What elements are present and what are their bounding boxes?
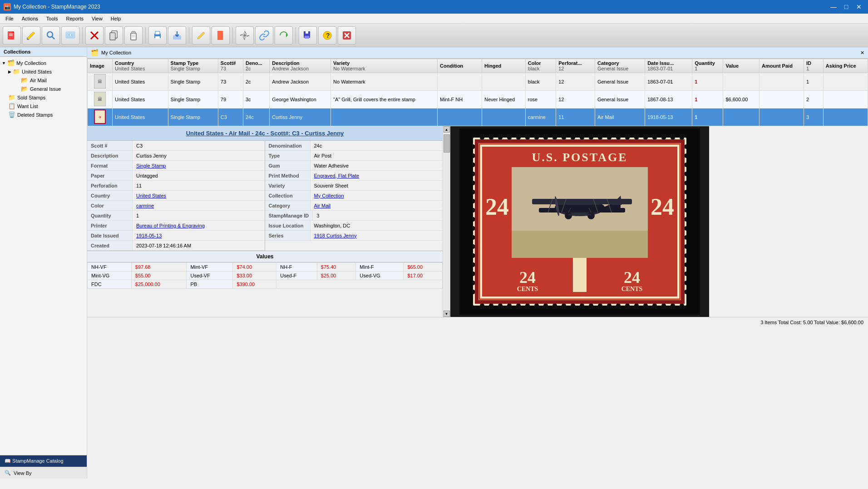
delete-button[interactable] xyxy=(85,26,104,44)
menu-file[interactable]: File xyxy=(2,15,17,22)
col-header-color[interactable]: Color black xyxy=(525,59,556,73)
col-header-value[interactable]: Value xyxy=(723,59,760,73)
svg-point-76 xyxy=(562,303,566,308)
sidebar-item-airmail[interactable]: 📂 Air Mail xyxy=(0,76,87,84)
copy-button[interactable] xyxy=(105,26,123,44)
category-link[interactable]: Air Mail xyxy=(314,203,331,208)
value-row-3: FDC $25,000.00 PB $390.00 xyxy=(88,280,443,289)
stamps-table: Image Country United States Stamp Type S… xyxy=(87,59,868,126)
link-button[interactable] xyxy=(255,26,273,44)
detail-value-color[interactable]: carmine xyxy=(133,201,265,210)
detail-title[interactable]: United States - Air Mail - 24c - Scott#:… xyxy=(87,126,443,140)
table-row[interactable]: ✈ United States Single Stamp C3 24c Curt… xyxy=(88,109,868,126)
country-link[interactable]: United States xyxy=(136,193,166,198)
maximize-button[interactable]: □ xyxy=(841,1,852,12)
col-header-type[interactable]: Stamp Type Single Stamp xyxy=(168,59,218,73)
scroll-thumb[interactable] xyxy=(444,134,450,153)
dateissued-link[interactable]: 1918-05-13 xyxy=(136,233,162,238)
menu-tools[interactable]: Tools xyxy=(43,15,62,22)
cell-id: 3 xyxy=(804,109,824,126)
val-label-usedvf: Used-VF xyxy=(187,272,233,280)
print-button[interactable] xyxy=(148,26,167,44)
col-header-amtpaid[interactable]: Amount Paid xyxy=(760,59,804,73)
new-button[interactable] xyxy=(3,26,21,44)
table-row[interactable]: 🏛 United States Single Stamp 73 2c Andre… xyxy=(88,73,868,91)
pencil-button[interactable] xyxy=(192,26,210,44)
sidebar-item-soldstamps[interactable]: 📁 Sold Stamps xyxy=(0,93,87,102)
svg-text:24: 24 xyxy=(624,268,640,286)
sidebar-item-deletedstamps[interactable]: 🗑️ Deleted Stamps xyxy=(0,110,87,119)
sidebar-item-mycollection[interactable]: ▼ 🗂️ My Collection xyxy=(0,59,87,67)
detail-value-printmethod[interactable]: Engraved, Flat Plate xyxy=(311,171,443,180)
refresh-button[interactable] xyxy=(275,26,293,44)
col-header-cond[interactable]: Condition xyxy=(438,59,482,73)
close-button[interactable]: ✕ xyxy=(853,1,864,12)
col-amtpaid-main: Amount Paid xyxy=(762,63,801,69)
bookmark-button[interactable] xyxy=(212,26,230,44)
col-header-id[interactable]: ID 1 xyxy=(804,59,824,73)
exit-button[interactable] xyxy=(338,26,356,44)
catalog-button[interactable]: 📖 StampManage Catalog xyxy=(0,455,87,467)
menu-view[interactable]: View xyxy=(88,15,106,22)
export-button[interactable] xyxy=(168,26,186,44)
detail-value-collection[interactable]: My Collection xyxy=(311,191,443,200)
printmethod-link[interactable]: Engraved, Flat Plate xyxy=(314,173,360,178)
svg-point-97 xyxy=(471,208,475,212)
col-header-perf[interactable]: Perforat... 12 xyxy=(556,59,595,73)
col-header-qty[interactable]: Quantity 1 xyxy=(692,59,723,73)
stamps-table-wrapper[interactable]: Image Country United States Stamp Type S… xyxy=(87,59,868,126)
color-link[interactable]: carmine xyxy=(136,203,154,208)
detail-value-series[interactable]: 1918 Curtiss Jenny xyxy=(311,231,443,240)
menu-actions[interactable]: Actions xyxy=(18,15,42,22)
detail-value-format[interactable]: Single Stamp xyxy=(133,161,265,170)
cell-type: Single Stamp xyxy=(168,91,218,109)
view-button[interactable] xyxy=(61,26,79,44)
detail-value-dateissued[interactable]: 1918-05-13 xyxy=(133,231,265,240)
search-button[interactable] xyxy=(42,26,60,44)
svg-point-44 xyxy=(480,135,484,140)
col-header-cat[interactable]: Category General Issue xyxy=(595,59,645,73)
viewby-button[interactable]: 🔍 View By xyxy=(0,467,87,479)
detail-value-country[interactable]: United States xyxy=(133,191,265,200)
col-header-asking[interactable]: Asking Price xyxy=(823,59,868,73)
scroll-down-button[interactable]: ▼ xyxy=(444,311,450,317)
close-collection-button[interactable]: ✕ xyxy=(860,50,864,56)
paste-button[interactable] xyxy=(124,26,143,44)
svg-point-93 xyxy=(471,172,475,176)
col-header-variety[interactable]: Variety No Watermark xyxy=(331,59,438,73)
col-header-country[interactable]: Country United States xyxy=(113,59,168,73)
format-link[interactable]: Single Stamp xyxy=(136,163,166,168)
col-header-desc[interactable]: Description Andrew Jackson xyxy=(270,59,331,73)
svg-point-95 xyxy=(471,190,475,194)
help-button[interactable]: ? xyxy=(318,26,336,44)
menu-help[interactable]: Help xyxy=(107,15,125,22)
detail-value-category[interactable]: Air Mail xyxy=(311,201,443,210)
settings-button[interactable] xyxy=(236,26,254,44)
printer-link[interactable]: Bureau of Printing & Engraving xyxy=(136,223,205,228)
scroll-up-button[interactable]: ▲ xyxy=(444,126,450,133)
sidebar-item-unitedstates[interactable]: ▶ 📁 United States xyxy=(0,67,87,76)
col-header-date[interactable]: Date Issu... 1863-07-01 xyxy=(645,59,692,73)
collection-link[interactable]: My Collection xyxy=(314,193,344,198)
minimize-button[interactable]: — xyxy=(828,1,839,12)
sidebar-item-wantlist[interactable]: 📋 Want List xyxy=(0,102,87,110)
sidebar-item-generalissue[interactable]: 📂 General Issue xyxy=(0,84,87,93)
svg-point-52 xyxy=(552,135,557,140)
edit-button[interactable] xyxy=(22,26,40,44)
col-header-denom[interactable]: Deno... 2c xyxy=(243,59,269,73)
col-header-hinged[interactable]: Hinged xyxy=(482,59,525,73)
detail-content: United States - Air Mail - 24c - Scott#:… xyxy=(87,126,443,317)
save-button[interactable] xyxy=(299,26,317,44)
detail-value-printer[interactable]: Bureau of Printing & Engraving xyxy=(133,221,265,230)
series-link[interactable]: 1918 Curtiss Jenny xyxy=(314,233,357,238)
table-row[interactable]: 🏛 United States Single Stamp 79 3c Georg… xyxy=(88,91,868,109)
detail-scrollbar[interactable]: ▲ ▼ xyxy=(443,126,450,317)
cell-color: black xyxy=(525,73,556,91)
svg-point-51 xyxy=(543,135,548,140)
detail-info-panel: United States - Air Mail - 24c - Scott#:… xyxy=(87,126,450,317)
svg-point-54 xyxy=(571,135,575,140)
menu-reports[interactable]: Reports xyxy=(63,15,88,22)
menu-bar: File Actions Tools Reports View Help xyxy=(0,14,868,24)
col-header-scott[interactable]: Scott# 73 xyxy=(218,59,243,73)
cell-value xyxy=(723,109,760,126)
